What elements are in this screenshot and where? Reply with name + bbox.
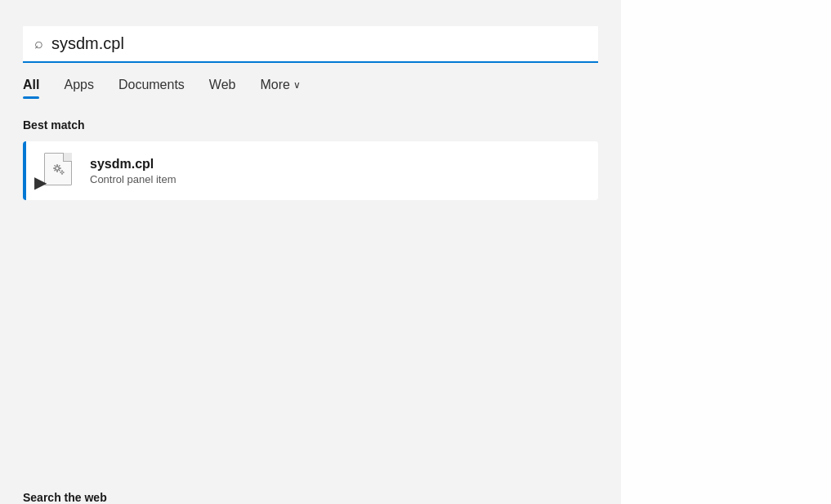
search-icon: ⌕	[34, 35, 43, 52]
search-panel: ⌕ All Apps Documents Web More ∨ Best mat…	[0, 0, 621, 504]
tab-documents[interactable]: Documents	[118, 78, 185, 99]
svg-rect-13	[63, 172, 65, 172]
content-area: Best match ▶	[0, 99, 621, 473]
svg-rect-3	[53, 167, 56, 169]
search-input[interactable]	[51, 34, 587, 53]
svg-rect-1	[56, 164, 58, 167]
result-item-wrapper: ▶	[23, 141, 598, 200]
right-panel	[621, 0, 831, 504]
tab-all[interactable]: All	[23, 78, 39, 99]
svg-rect-4	[59, 167, 61, 169]
search-web-label: Search the web	[23, 491, 598, 504]
search-web-section: Search the web	[0, 473, 621, 504]
svg-rect-10	[61, 170, 62, 172]
svg-point-0	[56, 167, 59, 170]
best-match-label: Best match	[23, 118, 598, 132]
svg-rect-12	[60, 172, 61, 172]
result-subtitle: Control panel item	[90, 173, 585, 185]
svg-rect-11	[61, 173, 62, 175]
gears-icon	[49, 160, 67, 178]
cpl-file-icon	[44, 153, 77, 189]
chevron-down-icon: ∨	[293, 79, 301, 91]
tab-apps[interactable]: Apps	[64, 78, 93, 99]
result-title: sysdm.cpl	[90, 157, 585, 172]
svg-rect-7	[59, 165, 60, 167]
svg-point-9	[61, 172, 64, 174]
tabs-container: All Apps Documents Web More ∨	[0, 63, 621, 99]
svg-rect-2	[56, 170, 58, 172]
svg-rect-5	[54, 165, 56, 167]
result-accent-bar	[23, 141, 26, 200]
search-bar-container: ⌕	[0, 0, 621, 63]
result-icon-wrapper	[42, 153, 78, 189]
tab-web[interactable]: Web	[209, 78, 236, 99]
search-bar: ⌕	[23, 26, 598, 63]
cpl-icon-page	[44, 153, 72, 185]
tab-more[interactable]: More ∨	[260, 78, 300, 99]
result-text: sysdm.cpl Control panel item	[90, 157, 585, 185]
result-item-sysdm[interactable]: sysdm.cpl Control panel item	[23, 141, 598, 200]
